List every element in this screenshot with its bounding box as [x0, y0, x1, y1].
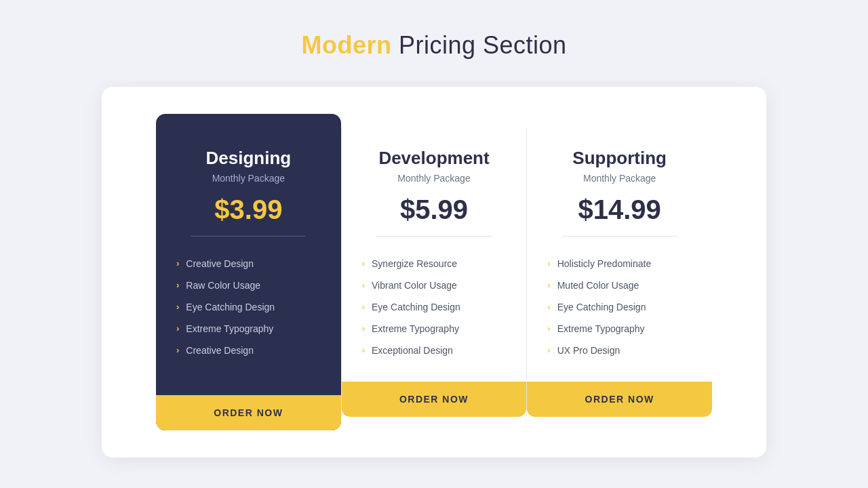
feature-item: › Muted Color Usage — [547, 274, 692, 296]
chevron-icon: › — [547, 323, 550, 333]
pricing-card-development: Development Monthly Package $5.99 › Syne… — [342, 127, 527, 417]
feature-item: › Extreme Typography — [176, 318, 321, 340]
feature-item: › Raw Color Usage — [176, 274, 321, 296]
feature-text: Extreme Typography — [186, 323, 273, 334]
feature-text: Eye Catching Design — [557, 302, 646, 312]
chevron-icon: › — [362, 302, 365, 312]
feature-text: Synergize Resource — [372, 258, 457, 269]
feature-text: Extreme Typography — [557, 323, 645, 334]
feature-item: › UX Pro Design — [547, 340, 692, 361]
feature-item: › Eye Catching Design — [547, 296, 692, 318]
chevron-icon: › — [362, 345, 365, 355]
pricing-card-designing: Designing Monthly Package $3.99 › Creati… — [156, 114, 341, 430]
title-highlight: Modern — [301, 31, 391, 59]
card-price: $5.99 — [400, 195, 468, 225]
chevron-icon: › — [362, 323, 365, 333]
feature-list: › Holisticly Predominate › Muted Color U… — [547, 253, 692, 361]
pricing-container: Designing Monthly Package $3.99 › Creati… — [102, 87, 766, 458]
card-subtitle: Monthly Package — [212, 173, 285, 184]
chevron-icon: › — [362, 258, 365, 268]
chevron-icon: › — [176, 280, 179, 290]
feature-text: Creative Design — [186, 345, 254, 356]
order-button-supporting[interactable]: ORDER NOW — [527, 382, 712, 417]
chevron-icon: › — [176, 258, 179, 268]
chevron-icon: › — [547, 280, 550, 290]
feature-list: › Creative Design › Raw Color Usage › Ey… — [176, 253, 321, 375]
card-title: Supporting — [572, 148, 667, 169]
card-divider — [191, 236, 306, 237]
title-rest: Pricing Section — [391, 31, 566, 59]
chevron-icon: › — [547, 258, 550, 268]
card-price: $3.99 — [214, 195, 282, 225]
order-button-development[interactable]: ORDER NOW — [342, 382, 527, 417]
order-button-designing[interactable]: ORDER NOW — [156, 395, 341, 430]
feature-list: › Synergize Resource › Vibrant Color Usa… — [362, 253, 507, 361]
feature-item: › Synergize Resource — [362, 253, 507, 274]
chevron-icon: › — [176, 345, 179, 355]
feature-item: › Extreme Typography — [362, 318, 507, 340]
chevron-icon: › — [547, 345, 550, 355]
pricing-card-supporting: Supporting Monthly Package $14.99 › Holi… — [527, 127, 712, 417]
feature-text: Raw Color Usage — [186, 280, 260, 291]
chevron-icon: › — [176, 302, 179, 312]
feature-text: Extreme Typography — [372, 323, 459, 334]
feature-item: › Eye Catching Design — [176, 296, 321, 318]
feature-item: › Creative Design — [176, 253, 321, 274]
chevron-icon: › — [362, 280, 365, 290]
feature-text: UX Pro Design — [557, 345, 620, 356]
chevron-icon: › — [547, 302, 550, 312]
feature-item: › Vibrant Color Usage — [362, 274, 507, 296]
card-price: $14.99 — [578, 195, 661, 225]
card-title: Development — [378, 148, 489, 169]
chevron-icon: › — [176, 323, 179, 333]
feature-text: Muted Color Usage — [557, 280, 639, 291]
page-title: Modern Pricing Section — [301, 31, 566, 60]
feature-text: Vibrant Color Usage — [372, 280, 457, 291]
feature-item: › Eye Catching Design — [362, 296, 507, 318]
feature-item: › Exceptional Design — [362, 340, 507, 361]
feature-text: Creative Design — [186, 258, 254, 269]
card-divider — [562, 236, 677, 237]
feature-text: Eye Catching Design — [186, 302, 275, 312]
card-divider — [376, 236, 492, 237]
feature-item: › Creative Design — [176, 340, 321, 361]
feature-text: Holisticly Predominate — [557, 258, 652, 269]
card-subtitle: Monthly Package — [583, 173, 656, 184]
card-subtitle: Monthly Package — [397, 173, 470, 184]
feature-item: › Extreme Typography — [547, 318, 692, 340]
feature-item: › Holisticly Predominate — [547, 253, 692, 274]
card-title: Designing — [206, 148, 292, 169]
feature-text: Eye Catching Design — [372, 302, 460, 312]
feature-text: Exceptional Design — [372, 345, 453, 356]
